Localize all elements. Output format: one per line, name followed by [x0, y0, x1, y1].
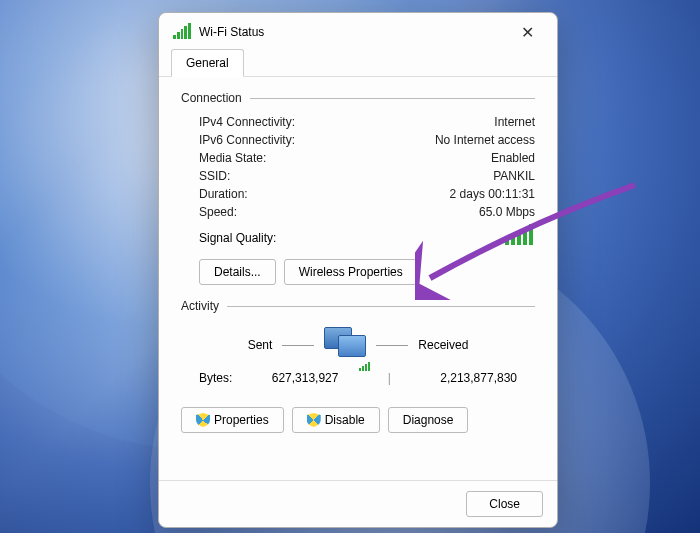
ssid-row: SSID: PANKIL — [181, 167, 535, 185]
activity-graphic: Sent Received — [181, 321, 535, 367]
duration-label: Duration: — [199, 187, 248, 201]
close-icon[interactable]: ✕ — [509, 19, 545, 45]
network-computers-icon — [324, 327, 366, 363]
close-button[interactable]: Close — [466, 491, 543, 517]
activity-section: Activity Sent Received Bytes: 627,313,92… — [181, 299, 535, 441]
media-state-row: Media State: Enabled — [181, 149, 535, 167]
activity-button-row: Properties Disable Diagnose — [181, 399, 535, 441]
properties-label: Properties — [214, 413, 269, 427]
ssid-value: PANKIL — [493, 169, 535, 183]
ssid-label: SSID: — [199, 169, 230, 183]
received-label: Received — [418, 338, 468, 352]
media-state-label: Media State: — [199, 151, 266, 165]
bytes-received-value: 2,213,877,830 — [440, 371, 517, 385]
connection-section-header: Connection — [181, 91, 535, 105]
dialog-footer: Close — [159, 480, 557, 527]
activity-section-header: Activity — [181, 299, 535, 313]
sent-line — [282, 345, 314, 346]
shield-icon — [307, 413, 321, 427]
ipv4-value: Internet — [494, 115, 535, 129]
sent-label: Sent — [248, 338, 273, 352]
speed-value: 65.0 Mbps — [479, 205, 535, 219]
disable-label: Disable — [325, 413, 365, 427]
ipv6-label: IPv6 Connectivity: — [199, 133, 295, 147]
window-title: Wi-Fi Status — [199, 25, 509, 39]
wireless-properties-button[interactable]: Wireless Properties — [284, 259, 418, 285]
divider — [227, 306, 535, 307]
dialog-content: Connection IPv4 Connectivity: Internet I… — [159, 77, 557, 480]
shield-icon — [196, 413, 210, 427]
tab-strip: General — [159, 49, 557, 77]
ipv4-row: IPv4 Connectivity: Internet — [181, 113, 535, 131]
connection-label: Connection — [181, 91, 242, 105]
speed-label: Speed: — [199, 205, 237, 219]
titlebar[interactable]: Wi-Fi Status ✕ — [159, 13, 557, 51]
signal-quality-row: Signal Quality: — [181, 221, 535, 251]
ipv4-label: IPv4 Connectivity: — [199, 115, 295, 129]
divider — [250, 98, 535, 99]
ipv6-value: No Internet access — [435, 133, 535, 147]
speed-row: Speed: 65.0 Mbps — [181, 203, 535, 221]
wifi-signal-icon — [173, 25, 191, 39]
details-button[interactable]: Details... — [199, 259, 276, 285]
ipv6-row: IPv6 Connectivity: No Internet access — [181, 131, 535, 149]
diagnose-button[interactable]: Diagnose — [388, 407, 469, 433]
signal-quality-label: Signal Quality: — [199, 231, 276, 245]
duration-row: Duration: 2 days 00:11:31 — [181, 185, 535, 203]
separator: | — [378, 371, 401, 385]
bytes-row: Bytes: 627,313,927 | 2,213,877,830 — [181, 367, 535, 389]
tab-general[interactable]: General — [171, 49, 244, 77]
media-state-value: Enabled — [491, 151, 535, 165]
connection-button-row: Details... Wireless Properties — [181, 251, 535, 293]
signal-bars-icon — [505, 225, 535, 245]
bytes-label: Bytes: — [199, 371, 232, 385]
activity-label: Activity — [181, 299, 219, 313]
bytes-sent-value: 627,313,927 — [272, 371, 339, 385]
disable-button[interactable]: Disable — [292, 407, 380, 433]
received-line — [376, 345, 408, 346]
properties-button[interactable]: Properties — [181, 407, 284, 433]
wifi-status-dialog: Wi-Fi Status ✕ General Connection IPv4 C… — [158, 12, 558, 528]
duration-value: 2 days 00:11:31 — [450, 187, 535, 201]
